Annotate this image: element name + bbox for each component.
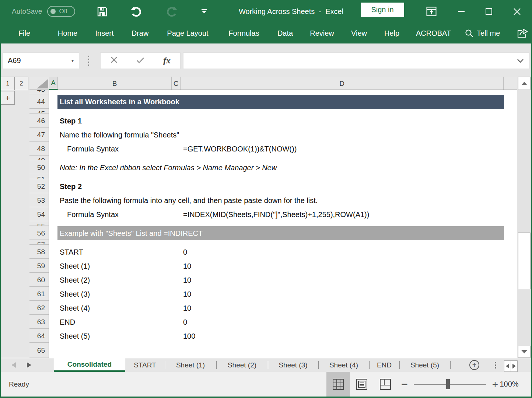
row-header-64[interactable]: 64 [29, 329, 49, 343]
cell-D62[interactable]: 10 [181, 301, 191, 315]
cell-B46[interactable]: Step 1 [57, 114, 82, 128]
cell-B60[interactable]: Sheet (2) [57, 273, 90, 287]
minimize-button[interactable] [452, 0, 470, 23]
sheet-nav-right-icon[interactable] [27, 362, 31, 368]
row-header-55[interactable]: 55 [29, 221, 49, 226]
undo-button[interactable] [129, 0, 144, 23]
cell-D48[interactable]: =GET.WORKBOOK(1))&T(NOW()) [181, 142, 297, 156]
cell-D59[interactable]: 10 [181, 259, 191, 273]
outline-expand-button[interactable]: + [1, 91, 15, 105]
row-header-45[interactable]: 45 [29, 109, 49, 114]
tab-scroll-left-button[interactable] [504, 360, 511, 372]
row-header-48[interactable]: 48 [29, 142, 49, 156]
scrollbar-thumb[interactable] [518, 233, 531, 289]
ribbon-tab-formulas[interactable]: Formulas [228, 23, 259, 43]
cell-B52[interactable]: Step 2 [57, 179, 82, 193]
sheet-tab-sheet-3[interactable]: Sheet (3) [268, 358, 318, 372]
insert-function-button[interactable]: fx [154, 56, 180, 66]
ribbon-tab-draw[interactable]: Draw [132, 23, 149, 43]
cell-B62[interactable]: Sheet (4) [57, 301, 90, 315]
row-header-46[interactable]: 46 [29, 114, 49, 128]
row-header-56[interactable]: 56 [29, 226, 49, 240]
ribbon-display-options-button[interactable] [424, 0, 438, 23]
cell-B48[interactable]: Formula Syntax [57, 142, 119, 156]
outline-level-1-button[interactable]: 1 [1, 77, 15, 90]
tab-overflow-dots-icon[interactable] [495, 362, 496, 369]
redo-button[interactable] [164, 0, 179, 23]
ribbon-tab-data[interactable]: Data [277, 23, 293, 43]
row-header-53[interactable]: 53 [29, 193, 49, 207]
close-button[interactable] [508, 0, 526, 23]
zoom-level[interactable]: 100% [498, 372, 520, 397]
cell-B53[interactable]: Paste the following formula into any cel… [57, 193, 318, 207]
row-header-44[interactable]: 44 [29, 95, 49, 109]
cancel-button[interactable] [101, 56, 127, 65]
normal-view-button[interactable] [326, 372, 350, 397]
cell-D64[interactable]: 100 [181, 329, 195, 343]
row-header-58[interactable]: 58 [29, 245, 49, 259]
row-header-62[interactable]: 62 [29, 301, 49, 315]
row-header-52[interactable]: 52 [29, 179, 49, 193]
scroll-down-button[interactable] [518, 346, 531, 358]
cell-B58[interactable]: START [57, 245, 83, 259]
scroll-up-button[interactable] [518, 77, 531, 90]
cell-D61[interactable]: 10 [181, 287, 191, 301]
sheet-tab-end[interactable]: END [369, 358, 399, 372]
ribbon-tab-home[interactable]: Home [58, 23, 77, 43]
ribbon-tab-insert[interactable]: Insert [95, 23, 113, 43]
row-header-47[interactable]: 47 [29, 128, 49, 142]
ribbon-tab-file[interactable]: File [18, 23, 30, 43]
enter-button[interactable] [127, 56, 154, 65]
sheet-tab-sheet-1[interactable]: Sheet (1) [165, 358, 216, 372]
row-header-59[interactable]: 59 [29, 259, 49, 273]
select-all-icon[interactable] [37, 79, 48, 88]
tell-me-button[interactable]: Tell me [465, 23, 500, 43]
cell-D63[interactable]: 0 [181, 315, 187, 329]
formula-bar-drag-handle[interactable] [86, 52, 91, 69]
cell-B61[interactable]: Sheet (3) [57, 287, 90, 301]
column-header-C[interactable]: C [172, 77, 181, 90]
cell-B54[interactable]: Formula Syntax [57, 207, 119, 221]
row-header-60[interactable]: 60 [29, 273, 49, 287]
sheet-tab-sheet-2[interactable]: Sheet (2) [216, 358, 268, 372]
cell-B59[interactable]: Sheet (1) [57, 259, 90, 273]
cell-D54[interactable]: =INDEX(MID(Sheets,FIND("]",Sheets)+1,255… [181, 207, 369, 221]
cell-D60[interactable]: 10 [181, 273, 191, 287]
formula-bar-expand-icon[interactable] [514, 53, 526, 69]
row-header-63[interactable]: 63 [29, 315, 49, 329]
autosave-toggle[interactable]: AutoSave Off [12, 6, 75, 17]
ribbon-tab-view[interactable]: View [351, 23, 367, 43]
row-header-49[interactable]: 49 [29, 156, 49, 160]
cell-B47[interactable]: Name the following formula "Sheets" [57, 128, 179, 142]
sheet-tab-consolidated[interactable]: Consolidated [54, 358, 125, 372]
sheet-tab-start[interactable]: START [125, 358, 165, 372]
new-sheet-button[interactable]: + [469, 360, 479, 370]
share-button[interactable] [517, 23, 528, 43]
ribbon-tab-review[interactable]: Review [310, 23, 334, 43]
section-header-row-56[interactable]: Example with "Sheets" List and =INDIRECT [57, 226, 504, 240]
vertical-scrollbar[interactable] [517, 77, 531, 358]
maximize-button[interactable] [480, 0, 498, 23]
cell-B64[interactable]: Sheet (5) [57, 329, 90, 343]
row-header-50[interactable]: 50 [29, 161, 49, 174]
sign-in-button[interactable]: Sign in [361, 3, 404, 17]
cells-area[interactable]: List all Worksheets in a WorkbookStep 1N… [49, 90, 517, 358]
sheet-nav-left-icon[interactable] [11, 362, 16, 368]
ribbon-tab-help[interactable]: Help [384, 23, 399, 43]
row-header-57[interactable]: 57 [29, 240, 49, 245]
zoom-slider-track[interactable] [414, 384, 486, 385]
name-box[interactable]: A69 ▾ [3, 52, 79, 69]
name-box-dropdown-icon[interactable]: ▾ [66, 58, 79, 63]
column-header-B[interactable]: B [58, 77, 172, 90]
row-header-43[interactable]: 43 [29, 90, 49, 94]
save-button[interactable] [96, 0, 108, 23]
row-header-54[interactable]: 54 [29, 207, 49, 221]
ribbon-tab-page-layout[interactable]: Page Layout [167, 23, 208, 43]
tab-scroll-right-button[interactable] [511, 360, 518, 372]
row-header-61[interactable]: 61 [29, 287, 49, 301]
cell-D58[interactable]: 0 [181, 245, 187, 259]
cell-B50[interactable]: Note: In the Excel ribbon select Formula… [57, 161, 277, 175]
sheet-tab-sheet-5[interactable]: Sheet (5) [399, 358, 450, 372]
column-header-A[interactable]: A [49, 77, 58, 90]
formula-input[interactable] [183, 52, 529, 69]
